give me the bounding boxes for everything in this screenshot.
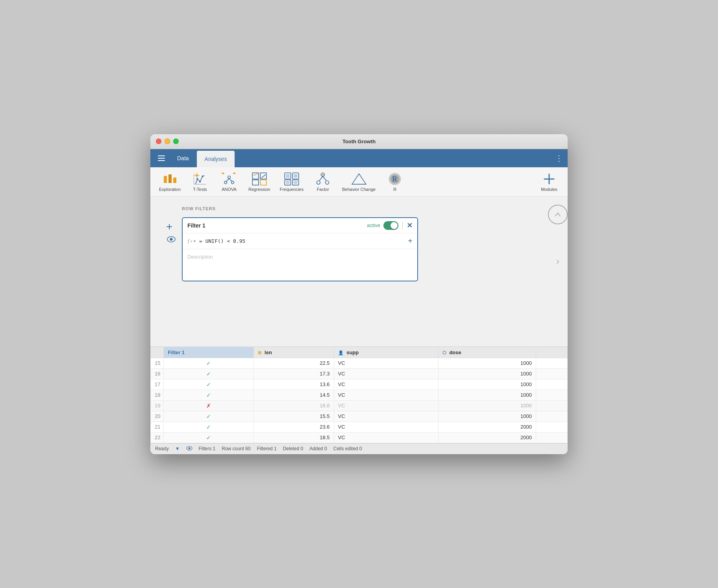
anova-tool[interactable]: ANOVA [215,170,243,194]
filter-cell: ✓ [164,432,254,443]
status-deleted: Deleted 0 [283,446,303,451]
behavior-change-tool[interactable]: Behavior Change [338,170,379,194]
supp-cell[interactable]: VC [334,432,438,443]
len-cell[interactable]: 14.5 [254,390,334,400]
supp-cell[interactable]: VC [334,368,438,379]
filter-cell: ✓ [164,422,254,432]
data-tab[interactable]: Data [169,149,197,167]
t-tests-tool[interactable]: T-Tests [186,170,214,194]
factor-label: Factor [317,187,329,192]
toggle-knob [390,222,398,229]
len-cell[interactable]: 15.5 [254,411,334,422]
maximize-button[interactable] [173,139,179,144]
row-number: 19 [151,400,164,411]
frequencies-tool[interactable]: Frequencies [276,170,308,194]
filter1-column-header[interactable]: Filter 1 [164,347,254,358]
row-number: 17 [151,379,164,390]
exploration-tool[interactable]: Exploration [155,170,185,194]
regression-tool[interactable]: Regression [244,170,274,194]
add-formula-button[interactable]: + [408,237,413,246]
filter-check-icon: ✓ [206,435,211,441]
svg-line-21 [229,178,232,181]
filter-cell: ✓ [164,379,254,390]
supp-column-header[interactable]: 👤 supp [334,347,438,358]
expand-panel-button[interactable]: › [556,256,559,267]
svg-rect-4 [168,174,172,183]
supp-cell[interactable]: VC [334,422,438,432]
exploration-icon [162,172,178,186]
r-icon: R [387,172,403,186]
statusbar: Ready ▼ Filters 1 Row count 60 Filtered … [150,443,568,454]
analyses-tab[interactable]: Analyses [197,151,235,167]
dose-cell[interactable]: 1000 [438,390,536,400]
filter-check-icon: ✓ [206,371,211,377]
supp-cell[interactable]: VC [334,358,438,368]
status-ready: Ready [155,446,169,451]
svg-rect-3 [164,176,167,183]
scroll-up-button[interactable] [548,205,568,224]
svg-rect-0 [158,155,165,156]
supp-cell[interactable]: VC [334,379,438,390]
table-row: 16 ✓ 17.3 VC 1000 [151,368,568,379]
supp-cell[interactable]: VC [334,400,438,411]
close-button[interactable] [156,139,161,144]
empty-cell [536,390,568,400]
regression-label: Regression [248,187,270,192]
dose-cell[interactable]: 1000 [438,379,536,390]
svg-rect-5 [173,178,176,183]
dose-cell[interactable]: 2000 [438,422,536,432]
more-options-button[interactable]: ⋮ [555,153,563,163]
svg-line-44 [323,176,326,181]
len-cell[interactable]: 18.8 [254,400,334,411]
svg-text:x: x [190,239,192,243]
filter-close-button[interactable]: ✕ [407,221,413,230]
anova-icon [221,172,237,186]
svg-line-11 [196,179,197,184]
empty-cell [536,368,568,379]
len-cell[interactable]: 22.5 [254,358,334,368]
dose-cell[interactable]: 2000 [438,432,536,443]
status-row-count: Row count 60 [222,446,250,451]
svg-line-31 [261,174,265,178]
frequencies-icon [284,172,300,186]
factor-tool[interactable]: Factor [309,170,337,194]
svg-text:▾: ▾ [193,239,196,243]
empty-cell [536,379,568,390]
table-row: 15 ✓ 22.5 VC 1000 [151,358,568,368]
exploration-label: Exploration [159,187,181,192]
row-number-header [151,347,164,358]
svg-rect-38 [286,181,290,184]
len-cell[interactable]: 18.5 [254,432,334,443]
right-panel: › [548,197,568,346]
empty-cell [536,358,568,368]
r-tool[interactable]: R R [381,170,409,194]
hamburger-menu[interactable] [154,149,169,167]
dose-column-header[interactable]: ⬡ dose [438,347,536,358]
minimize-button[interactable] [165,139,170,144]
toolbar: Exploration T-Tests [150,167,568,197]
dose-cell[interactable]: 1000 [438,411,536,422]
modules-tool[interactable]: Modules [535,170,563,194]
dose-cell[interactable]: 1000 [438,358,536,368]
navbar: Data Analyses ⋮ [150,149,568,167]
len-column-header[interactable]: ⊞ len [254,347,334,358]
supp-cell[interactable]: VC [334,390,438,400]
add-filter-button[interactable]: + [166,220,172,233]
len-cell[interactable]: 23.6 [254,422,334,432]
filter-description[interactable]: Description [183,249,417,281]
empty-cell [536,400,568,411]
svg-rect-2 [158,160,165,161]
behavior-change-label: Behavior Change [342,187,376,192]
supp-cell[interactable]: VC [334,411,438,422]
dose-cell[interactable]: 1000 [438,368,536,379]
empty-cell [536,422,568,432]
dose-cell[interactable]: 1000 [438,400,536,411]
eye-button[interactable] [167,236,176,244]
svg-line-30 [253,174,257,175]
status-added: Added 0 [309,446,327,451]
filter-divider [402,222,403,229]
len-cell[interactable]: 17.3 [254,368,334,379]
filter-active-toggle[interactable] [383,221,398,230]
row-number: 15 [151,358,164,368]
len-cell[interactable]: 13.6 [254,379,334,390]
